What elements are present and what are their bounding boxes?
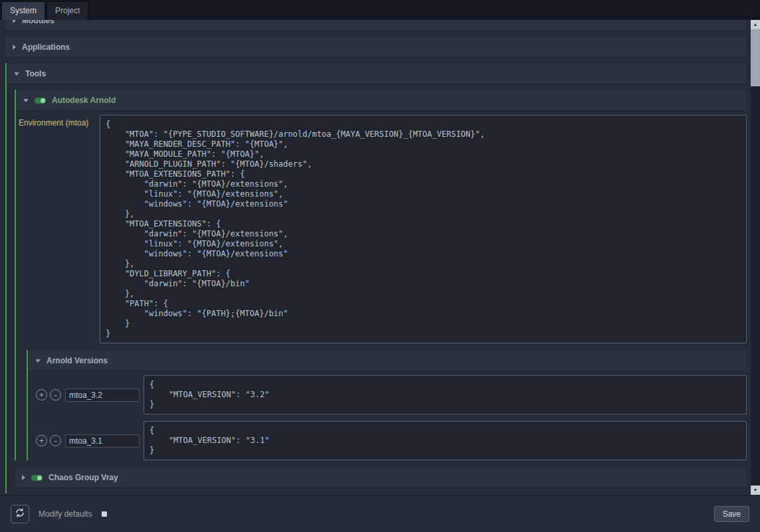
section-modules: Modules	[5, 20, 747, 31]
scrollbar-track[interactable]	[751, 86, 760, 486]
arnold-versions-content: + - { "MTOA_VERSION": "3.2" }	[28, 371, 747, 460]
section-title: Modules	[22, 20, 54, 25]
version-json-editor[interactable]: { "MTOA_VERSION": "3.1" }	[143, 421, 747, 460]
section-title: Arnold Versions	[47, 356, 108, 365]
scroll-down-button[interactable]: ▼	[751, 486, 760, 495]
modify-defaults-label: Modify defaults	[39, 509, 92, 519]
version-name-input[interactable]	[65, 434, 140, 448]
footer-bar: Modify defaults Save	[0, 495, 760, 532]
expand-arrow-icon	[13, 44, 16, 50]
section-header-modules[interactable]: Modules	[5, 20, 747, 31]
group-title: Autodesk Arnold	[52, 96, 116, 105]
add-item-button[interactable]: +	[36, 389, 47, 400]
version-name-input[interactable]	[65, 389, 140, 402]
vertical-scrollbar[interactable]: ▲ ▼	[751, 20, 760, 495]
version-row: + - { "MTOA_VERSION": "3.2" }	[36, 375, 747, 414]
version-row: + - { "MTOA_VERSION": "3.1" }	[36, 421, 747, 460]
tab-project[interactable]: Project	[47, 1, 88, 20]
section-header-applications[interactable]: Applications	[5, 37, 747, 58]
section-applications: Applications	[5, 37, 747, 58]
settings-scroll-content: Modules Applications Tools	[5, 20, 747, 493]
section-tools: Tools Autodesk Arnold	[5, 63, 747, 493]
tab-bar: System Project	[0, 0, 760, 20]
expand-arrow-icon	[22, 475, 25, 480]
tools-content: Autodesk Arnold Environment (mtoa) { "MT…	[7, 84, 747, 493]
enabled-toggle[interactable]	[31, 475, 43, 481]
arnold-group-body: Environment (mtoa) { "MTOA": "{PYPE_STUD…	[16, 111, 747, 460]
collapse-arrow-icon	[23, 99, 29, 102]
group-header-chaos-group-vray[interactable]: Chaos Group Vray	[15, 467, 747, 488]
row-actions: + -	[36, 389, 61, 400]
settings-content: Modules Applications Tools	[0, 20, 760, 495]
modify-defaults-checkbox[interactable]	[102, 511, 107, 517]
add-item-button[interactable]: +	[36, 435, 47, 446]
section-title: Applications	[22, 43, 70, 52]
scrollbar-thumb[interactable]	[751, 29, 760, 86]
section-title: Tools	[25, 69, 46, 78]
scroll-up-button[interactable]: ▲	[751, 20, 760, 29]
section-arnold-versions: Arnold Versions + -	[27, 350, 747, 460]
version-json-editor[interactable]: { "MTOA_VERSION": "3.2" }	[143, 375, 747, 414]
collapse-arrow-icon	[35, 359, 41, 363]
environment-row: Environment (mtoa) { "MTOA": "{PYPE_STUD…	[19, 115, 747, 343]
save-button[interactable]: Save	[714, 506, 749, 522]
environment-label: Environment (mtoa)	[19, 115, 96, 128]
environment-json-editor[interactable]: { "MTOA": "{PYPE_STUDIO_SOFTWARE}/arnold…	[100, 115, 747, 343]
expand-arrow-icon	[13, 20, 16, 23]
group-title: Chaos Group Vray	[48, 473, 118, 482]
group-header-autodesk-arnold[interactable]: Autodesk Arnold	[16, 90, 747, 111]
group-chaos-group-vray: Chaos Group Vray	[15, 467, 747, 488]
enabled-toggle[interactable]	[35, 98, 46, 104]
remove-item-button[interactable]: -	[50, 389, 61, 400]
remove-item-button[interactable]: -	[50, 435, 61, 446]
section-header-arnold-versions[interactable]: Arnold Versions	[28, 350, 747, 371]
refresh-icon	[15, 507, 25, 520]
collapse-arrow-icon	[14, 72, 19, 76]
settings-window: System Project Modules Applications	[0, 0, 760, 532]
tab-system[interactable]: System	[1, 1, 45, 20]
group-autodesk-arnold: Autodesk Arnold Environment (mtoa) { "MT…	[15, 90, 747, 460]
refresh-button[interactable]	[11, 505, 29, 523]
row-actions: + -	[36, 435, 61, 446]
section-header-tools[interactable]: Tools	[7, 63, 747, 84]
settings-scroll-area: Modules Applications Tools	[0, 20, 751, 495]
